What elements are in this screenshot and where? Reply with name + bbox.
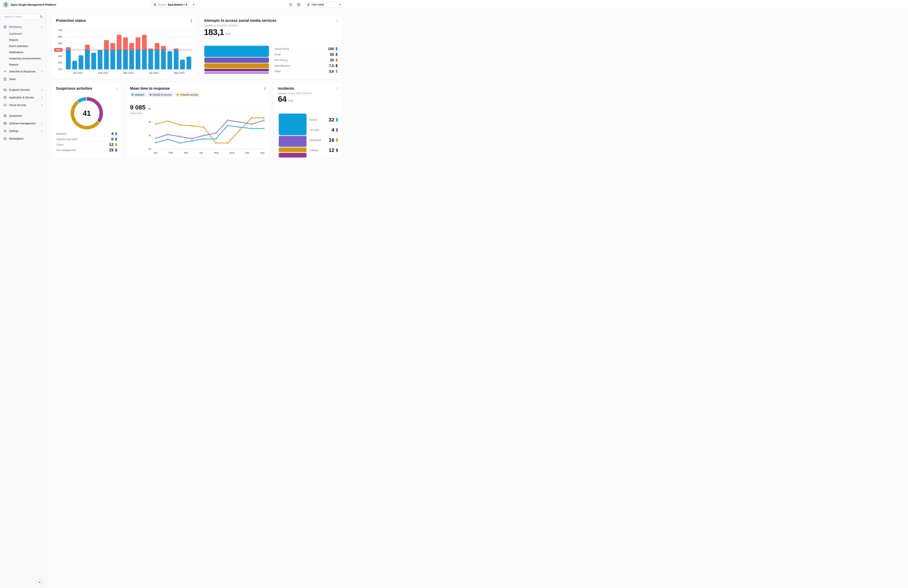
user-menu[interactable]: User name	[304, 2, 344, 8]
sidebar-item-reports[interactable]: Reports	[0, 37, 46, 43]
card-mean-time-to-response: Mean time to response MalwareDenial of s…	[126, 83, 270, 158]
legend-label: Social media	[274, 47, 328, 50]
sidebar-item-label: Reports	[9, 63, 43, 66]
sidebar-item-label: Detection & Response	[9, 70, 41, 73]
card-title: Incidents	[278, 87, 294, 90]
legend-label: Active	[309, 118, 329, 121]
legend-value: 12	[109, 142, 114, 147]
search-input[interactable]	[2, 14, 45, 19]
chevron-right-icon	[41, 88, 43, 91]
y-axis-label: 500	[54, 42, 62, 45]
svg-text:Feb: Feb	[169, 151, 173, 154]
dashboard: Protection status 100200300500600700400J…	[47, 9, 349, 196]
sidebar-item-application-and-service[interactable]: Application & Service	[0, 94, 46, 101]
protection-bar	[142, 50, 147, 69]
protection-bar-over-threshold	[142, 35, 147, 50]
sidebar-item-marketplace[interactable]: Marketplace	[0, 135, 46, 143]
protection-bar-over-threshold	[129, 43, 134, 50]
legend-color-pill	[115, 132, 117, 135]
legend-color-pill	[336, 128, 338, 132]
protection-bar	[117, 50, 121, 69]
search-icon[interactable]	[39, 15, 43, 19]
legend-row: Other3,6	[274, 69, 337, 74]
sidebar-item-cloud-security[interactable]: Cloud Security	[0, 101, 46, 109]
software-icon	[3, 122, 7, 125]
chevron-right-icon	[41, 122, 43, 125]
sidebar-item-kaspersky-announcements[interactable]: Kaspersky announcements	[0, 55, 46, 61]
legend-color-pill	[115, 138, 117, 141]
app-title: Open Single Management Platform	[11, 3, 56, 6]
legend-color-pill	[336, 70, 337, 73]
card-title: Attempts to access social media services	[204, 19, 276, 22]
tenant-selector[interactable]: Tenant: East District + 3	[151, 2, 198, 8]
sidebar-item-settings[interactable]: Settings	[0, 127, 46, 135]
legend-color-pill	[336, 47, 337, 50]
protection-bar	[136, 50, 140, 69]
svg-text:Jan: Jan	[153, 151, 158, 154]
sidebar-item-dashboard[interactable]: Dashboard	[0, 31, 46, 37]
legend-color-pill	[336, 148, 338, 152]
legend-value: 0	[111, 137, 114, 141]
svg-text:2h: 2h	[148, 134, 151, 137]
protection-bar-over-threshold	[136, 37, 140, 50]
sidebar-item-endpoint-security[interactable]: Endpoint Security	[0, 86, 46, 94]
protection-bar	[72, 61, 77, 69]
app-logo-icon	[3, 2, 9, 8]
svg-text:0h: 0h	[148, 148, 151, 150]
incidents-bar-resolved	[279, 148, 306, 152]
protection-bar-over-threshold	[110, 43, 115, 50]
svg-text:4h: 4h	[148, 120, 151, 124]
legend-value: 7,5	[329, 64, 334, 68]
svg-text:June: June	[229, 151, 234, 154]
brand: Open Single Management Platform	[3, 0, 56, 9]
protection-bar	[174, 50, 179, 69]
social-bar-social-media	[204, 46, 269, 57]
cloud-icon	[3, 103, 7, 107]
sidebar-item-label: Monitoring	[9, 26, 41, 28]
y-axis-label: 600	[54, 35, 62, 38]
kebab-menu-icon[interactable]	[336, 87, 339, 91]
sidebar-item-event-selections[interactable]: Event selections	[0, 43, 46, 49]
protection-status-chart: 100200300500600700400Jan 2021Feb 2021Mar…	[52, 15, 196, 79]
sidebar-item-monitoring[interactable]: Monitoring	[0, 23, 46, 31]
kebab-menu-icon[interactable]	[336, 19, 339, 23]
legend-color-pill	[336, 118, 338, 122]
protection-bar	[123, 50, 128, 69]
x-axis-label: Apr 2021	[149, 72, 159, 74]
protection-bar-over-threshold	[117, 35, 121, 50]
sidebar-item-label: Tasks	[9, 78, 43, 80]
sidebar-item-label: Kaspersky announcements	[9, 57, 43, 60]
sidebar: MonitoringDashboardReportsEvent selectio…	[0, 9, 47, 196]
legend-label: Miscellaneous	[274, 64, 329, 67]
total-value: 183,1	[204, 28, 224, 36]
legend-value: 25	[330, 58, 334, 62]
card-title: Suspicious activities	[56, 87, 92, 90]
notifications-bell-icon[interactable]	[288, 2, 293, 7]
sidebar-item-tasks[interactable]: Tasks	[0, 76, 46, 83]
y-axis-label: 300	[54, 55, 62, 58]
svg-text:Apr: Apr	[199, 151, 203, 154]
y-axis-label: 700	[54, 29, 62, 32]
help-icon[interactable]	[296, 2, 301, 7]
sidebar-item-detection-and-response[interactable]: Detection & Response	[0, 68, 46, 76]
chevron-right-icon	[41, 104, 43, 106]
sidebar-divider	[3, 110, 43, 111]
sidebar-search	[2, 14, 45, 19]
sidebar-item-software-management[interactable]: Software Management	[0, 120, 46, 127]
bag-icon	[3, 137, 7, 140]
protection-bar	[129, 50, 134, 69]
social-bar-file-sharing	[204, 63, 269, 68]
chevron-right-icon	[41, 96, 43, 99]
legend-label: Not categorized	[56, 148, 109, 151]
sidebar-item-reports[interactable]: Reports	[0, 61, 46, 68]
sidebar-item-quarantine[interactable]: Quarantine	[0, 112, 46, 120]
legend-row: Clean12	[56, 142, 117, 147]
sidebar-item-notifications[interactable]: Notifications	[0, 49, 46, 55]
kebab-menu-icon[interactable]	[116, 87, 119, 91]
svg-text:Mar: Mar	[184, 151, 188, 154]
protection-bar-over-threshold	[148, 48, 153, 50]
protection-bar	[187, 56, 191, 69]
protection-bar	[79, 55, 83, 69]
total-label: Total	[225, 32, 231, 36]
incidents-legend: Active32On hold4Resolved16Closed12	[309, 115, 338, 155]
